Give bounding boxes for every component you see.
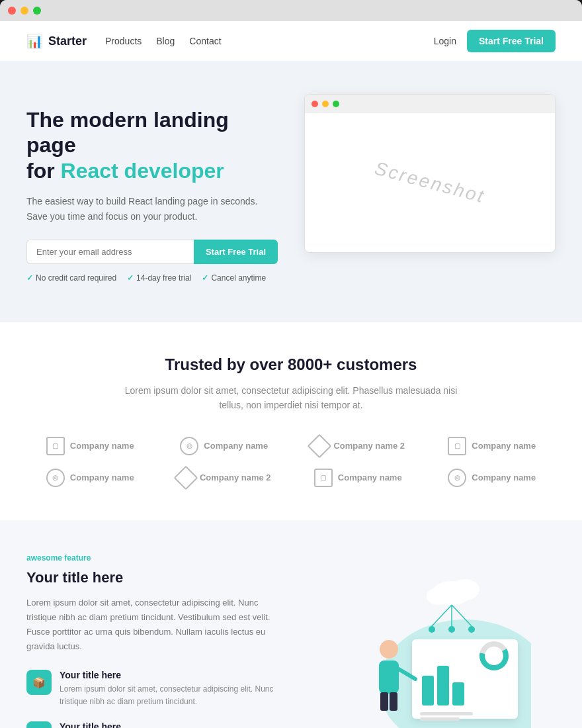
features-illustration	[308, 553, 556, 728]
trusted-description: Lorem ipsum dolor sit amet, consectetur …	[119, 383, 463, 413]
close-button[interactable]	[8, 7, 16, 15]
form-trial-button[interactable]: Start Free Trial	[194, 240, 278, 264]
badge-cancel: ✓ Cancel anytime	[202, 273, 266, 283]
screenshot-label: Screenshot	[372, 158, 487, 207]
illustration-svg	[333, 553, 531, 728]
company-logo-shape-1: ▢	[46, 437, 65, 455]
list-item: ◎ Company name	[161, 437, 288, 455]
nav-blog[interactable]: Blog	[156, 36, 175, 46]
list-item: ◎ Company name	[429, 469, 556, 487]
logo[interactable]: 📊 Starter	[26, 33, 87, 49]
svg-rect-16	[420, 712, 473, 715]
company-name-2: Company name	[204, 441, 268, 451]
svg-rect-11	[422, 676, 434, 705]
list-item: ◎ Company name	[26, 469, 154, 487]
navbar: 📊 Starter Products Blog Contact Login St…	[0, 21, 582, 61]
features-description: Lorem ipsum dolor sit amet, consectetur …	[26, 596, 274, 654]
list-item: ▢ Company name	[294, 469, 422, 487]
badge-free-trial: ✓ 14-day free trial	[127, 273, 191, 283]
company-name-4: Company name	[472, 441, 536, 451]
feature-item-1-content: Your title here Lorem ipsum dolor sit am…	[60, 670, 274, 708]
screenshot-dot-red	[312, 101, 318, 107]
list-item: ▢ Company name	[429, 437, 556, 455]
hero-content: The modern landing page for React develo…	[26, 94, 278, 283]
nav-contact[interactable]: Contact	[189, 36, 221, 46]
svg-rect-21	[390, 692, 397, 711]
email-input[interactable]	[26, 240, 194, 264]
svg-point-8	[448, 626, 455, 633]
trust-badges: ✓ No credit card required ✓ 14-day free …	[26, 273, 278, 283]
feature-item-2-title: Your title here	[60, 721, 274, 728]
svg-rect-20	[380, 692, 388, 711]
features-title: Your title here	[26, 569, 274, 586]
company-name-8: Company name	[472, 473, 536, 482]
svg-point-18	[380, 640, 398, 659]
company-name-6: Company name 2	[200, 473, 271, 482]
hero-section: The modern landing page for React develo…	[0, 61, 582, 322]
company-logo-shape-6	[174, 465, 198, 490]
svg-rect-13	[452, 682, 464, 705]
svg-rect-19	[379, 660, 399, 694]
list-item: ▢ Company name	[26, 437, 154, 455]
svg-rect-12	[437, 666, 449, 705]
feature-item-2-content: Your title here Lorem ipsum dolor sit am…	[60, 721, 274, 728]
company-logo-shape-8: ◎	[448, 469, 466, 487]
features-section: Awesome feature Your title here Lorem ip…	[0, 520, 582, 728]
svg-rect-17	[420, 717, 460, 721]
start-trial-button[interactable]: Start Free Trial	[467, 30, 556, 52]
hero-screenshot: Screenshot	[304, 94, 556, 253]
nav-left: 📊 Starter Products Blog Contact	[26, 33, 222, 49]
screenshot-box: Screenshot	[304, 94, 556, 253]
browser-window: 📊 Starter Products Blog Contact Login St…	[0, 0, 582, 728]
email-form: Start Free Trial	[26, 240, 278, 264]
trusted-title: Trusted by over 8000+ customers	[26, 355, 556, 374]
titlebar	[0, 0, 582, 21]
company-name-1: Company name	[70, 441, 134, 451]
screenshot-body: Screenshot	[304, 94, 556, 253]
list-item: Company name 2	[161, 469, 288, 487]
company-name-5: Company name	[70, 473, 134, 482]
company-logo-shape-4: ▢	[448, 437, 466, 455]
feature-tag: Awesome feature	[26, 553, 274, 563]
minimize-button[interactable]	[21, 7, 28, 15]
hero-description: The easiest way to build React landing p…	[26, 194, 278, 224]
badge-cancel-label: Cancel anytime	[211, 273, 266, 283]
feature-item-2: 🔗 Your title here Lorem ipsum dolor sit …	[26, 721, 274, 728]
feature-item-1-title: Your title here	[60, 670, 274, 680]
company-name-7: Company name	[338, 473, 402, 482]
list-item: Company name 2	[294, 437, 422, 455]
company-logo-shape-3	[308, 433, 332, 458]
hero-title-line1: The modern landing page	[26, 108, 229, 157]
check-icon-1: ✓	[26, 273, 33, 283]
logos-grid: ▢ Company name ◎ Company name Company na…	[26, 437, 556, 487]
company-name-3: Company name 2	[333, 441, 405, 451]
company-logo-shape-7: ▢	[314, 469, 333, 487]
company-logo-shape-2: ◎	[180, 437, 198, 455]
badge-no-credit: ✓ No credit card required	[26, 273, 116, 283]
nav-right: Login Start Free Trial	[434, 30, 556, 52]
badge-free-trial-label: 14-day free trial	[136, 273, 191, 283]
login-button[interactable]: Login	[434, 36, 456, 46]
company-logo-shape-5: ◎	[46, 469, 65, 487]
logo-icon: 📊	[26, 33, 43, 49]
nav-links: Products Blog Contact	[105, 36, 222, 46]
svg-point-9	[468, 626, 475, 633]
trusted-section: Trusted by over 8000+ customers Lorem ip…	[0, 322, 582, 520]
hero-title-accent: React developer	[61, 159, 224, 183]
hero-title: The modern landing page for React develo…	[26, 107, 278, 183]
svg-point-2	[450, 579, 479, 600]
svg-point-3	[427, 588, 450, 605]
hero-title-line2-plain: for	[26, 159, 61, 183]
nav-products[interactable]: Products	[105, 36, 142, 46]
features-content: Awesome feature Your title here Lorem ip…	[26, 553, 274, 728]
feature-icon-1: 📦	[26, 670, 52, 695]
feature-icon-2: 🔗	[26, 721, 52, 728]
check-icon-2: ✓	[127, 273, 134, 283]
badge-no-credit-label: No credit card required	[36, 273, 116, 283]
logo-text: Starter	[48, 34, 87, 48]
feature-item-1: 📦 Your title here Lorem ipsum dolor sit …	[26, 670, 274, 708]
feature-item-1-desc: Lorem ipsum dolor sit amet, consectetur …	[60, 683, 274, 708]
maximize-button[interactable]	[33, 7, 41, 15]
svg-point-7	[429, 626, 435, 633]
check-icon-3: ✓	[202, 273, 208, 283]
